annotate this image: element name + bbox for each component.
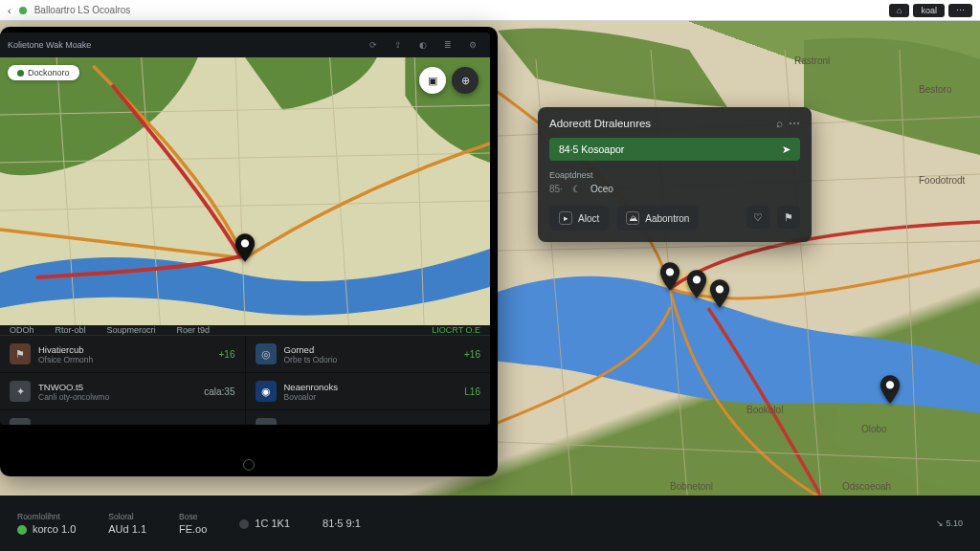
tablet-title: Kolietone Wak Moake <box>8 40 358 50</box>
status-block: Soloral AUd 1.1 <box>108 512 146 535</box>
close-icon[interactable]: ⋯ <box>783 117 800 130</box>
status-bar: Roomlolihnt korco 1.0 Soloral AUd 1.1 Bo… <box>0 496 980 551</box>
status-block: 1C 1K1 <box>239 518 290 529</box>
layers-icon[interactable]: ≣ <box>438 40 457 50</box>
play-icon: ▸ <box>559 211 572 225</box>
poi-action-button[interactable]: ▸ Aloct <box>549 206 609 231</box>
tablet-device: Kolietone Wak Moake ⟳ ⇪ ◐ ≣ ⚙ <box>0 27 498 476</box>
item-icon: ◉ <box>256 381 277 402</box>
map-label: Odscoeoah <box>842 481 891 492</box>
moon-icon: ☾ <box>572 184 581 194</box>
item-icon: ✦ <box>10 381 31 402</box>
svg-point-0 <box>666 268 674 276</box>
svg-point-3 <box>886 381 894 388</box>
item-icon: ◎ <box>256 343 277 364</box>
refresh-icon[interactable]: ⟳ <box>364 40 383 50</box>
results-grid: ⚑ HivatiercubOfsice Ormonh +16 ◎ GornedO… <box>0 336 490 425</box>
status-block: Bose FE.oo <box>179 512 207 535</box>
top-bar-actions: ⌂ koal ⋯ <box>889 4 972 17</box>
tablet-header: Kolietone Wak Moake ⟳ ⇪ ◐ ≣ ⚙ <box>0 33 490 57</box>
favorite-button[interactable]: ♡ <box>746 206 769 229</box>
results-panel: ODOh Rtor-obl Soupmerocri Roer t9d LIOCR… <box>0 325 490 425</box>
tablet-map[interactable] <box>0 57 490 325</box>
svg-point-2 <box>716 285 724 293</box>
map-pin-icon[interactable] <box>709 279 730 308</box>
chip-label: Dockonoro <box>28 68 70 77</box>
tab[interactable]: ODOh <box>10 325 34 335</box>
list-item[interactable]: ✦ TNWOO.t5Canli oty-oncolwmo cala:35 <box>0 373 245 409</box>
poi-title: Adoreott Dtraleunres <box>549 118 651 129</box>
locate-button[interactable]: ▣ <box>419 67 446 94</box>
more-chip[interactable]: ⋯ <box>948 4 972 17</box>
browser-top-bar: ‹ Balloartro LS Ocoalros ⌂ koal ⋯ <box>0 0 980 21</box>
status-right: ↘ 5.10 <box>936 518 963 528</box>
poi-primary-label: 84·5 Kosoapor <box>559 143 624 155</box>
user-icon[interactable]: ◐ <box>413 40 433 50</box>
section-label: Eoaptdnest <box>549 170 800 180</box>
status-block: 81·5 9:1 <box>323 518 361 529</box>
item-icon: ⌂ <box>10 418 31 425</box>
poi-primary-row[interactable]: 84·5 Kosoapor ➤ <box>549 138 800 161</box>
map-label: Bobnetonl <box>670 481 713 492</box>
poi-card: Adoreott Dtraleunres ⌕ ⋯ 84·5 Kosoapor ➤… <box>538 107 812 242</box>
list-item[interactable]: ⋰ Smtand hr esn <box>246 410 491 425</box>
layers-button[interactable]: ⊕ <box>452 67 479 94</box>
status-dot-icon <box>17 525 27 535</box>
list-item[interactable]: ⚑ HivatiercubOfsice Ormonh +16 <box>0 336 245 372</box>
tab-action[interactable]: LIOCRT O.E <box>432 325 480 335</box>
map-label: Bestoro <box>919 84 952 95</box>
map-label: Rastronl <box>794 55 830 66</box>
bookmark-button[interactable]: ⚑ <box>777 206 800 229</box>
poi-metric: 85· ☾ Oceo <box>549 184 800 194</box>
list-item[interactable]: ◉ NeaenronoksBovoalor L16 <box>246 373 491 409</box>
map-label: Foodotrodt <box>919 175 966 186</box>
list-item[interactable]: ⌂ <box>0 410 245 425</box>
settings-icon[interactable]: ⚙ <box>463 40 482 50</box>
tablet-screen: Kolietone Wak Moake ⟳ ⇪ ◐ ≣ ⚙ <box>0 33 490 425</box>
status-dot-icon <box>19 7 27 14</box>
item-icon: ⚑ <box>10 343 31 364</box>
status-block: Roomlolihnt korco 1.0 <box>17 512 76 535</box>
home-chip[interactable]: ⌂ <box>889 4 909 17</box>
map-pin-icon[interactable] <box>880 375 901 404</box>
send-icon: ➤ <box>782 143 791 155</box>
svg-point-5 <box>241 239 249 247</box>
status-dot-icon <box>239 519 249 529</box>
map-label: Bookolol <box>746 405 783 415</box>
page-title: Balloartro LS Ocoalros <box>34 5 881 15</box>
search-icon[interactable]: ⌕ <box>770 117 783 130</box>
share-icon[interactable]: ⇪ <box>389 40 408 50</box>
map-filter-chip[interactable]: Dockonoro <box>8 65 79 80</box>
tab[interactable]: Soupmerocri <box>107 325 156 335</box>
results-tabs: ODOh Rtor-obl Soupmerocri Roer t9d LIOCR… <box>0 325 490 336</box>
map-pin-icon[interactable] <box>234 233 256 262</box>
mode-chip[interactable]: koal <box>913 4 945 17</box>
map-pin-icon[interactable] <box>659 262 680 291</box>
tab[interactable]: Rtor-obl <box>56 325 86 335</box>
walk-icon: ⛰ <box>626 211 639 225</box>
map-pin-icon[interactable] <box>686 270 707 298</box>
tab[interactable]: Roer t9d <box>177 325 211 335</box>
item-icon: ⋰ <box>256 418 277 425</box>
map-label: Olobo <box>861 424 887 434</box>
svg-point-1 <box>693 276 701 283</box>
back-icon[interactable]: ‹ <box>8 5 11 16</box>
list-item[interactable]: ◎ GornedOrbe ts Odorio +16 <box>246 336 491 372</box>
home-button-icon[interactable] <box>243 459 255 471</box>
poi-action-button[interactable]: ⛰ Aabontron <box>616 206 699 231</box>
